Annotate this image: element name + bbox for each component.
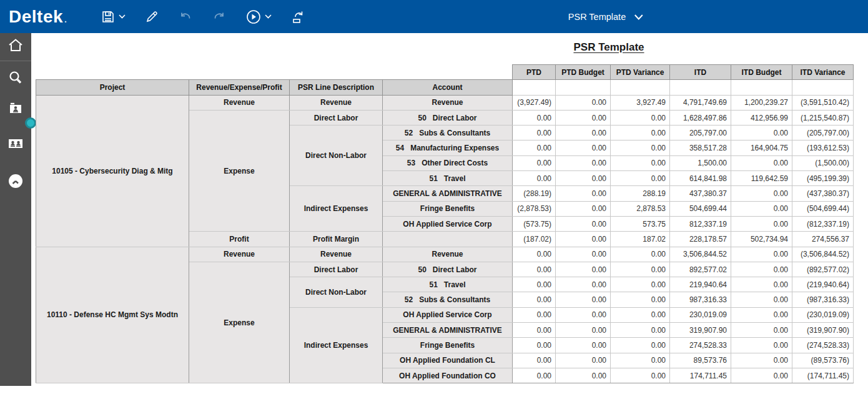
account-cell: Revenue [383,95,513,110]
itd-variance-cell: (219,940.64) [792,277,854,292]
itd-budget-cell: 0.00 [731,262,792,277]
account-cell: 53 Other Direct Costs [383,155,513,170]
report-title: PSR Template [573,41,644,54]
ptd-cell: (288.19) [513,186,556,201]
ptd-cell: 0.00 [513,140,556,155]
itd-variance-cell: (174,711.45) [792,368,854,383]
itd-cell: 174,711.45 [670,368,731,383]
undo-icon [178,9,193,24]
itd-cell: 230,019.09 [670,307,731,322]
ptd-cell: (573.75) [513,216,556,231]
itd-cell: 89,573.76 [670,353,731,368]
ptd-cell: 0.00 [513,368,556,383]
itd-budget-cell: 0.00 [731,353,792,368]
export-button[interactable] [285,6,310,28]
itd-budget-cell: 0.00 [731,292,792,307]
account-cell: GENERAL & ADMINISTRATIVE [383,186,513,201]
app-window: Deltek. [0,0,868,394]
account-cell: 52 Subs & Consultants [383,126,513,140]
ptd-budget-cell: 0.00 [556,140,611,155]
line-description-cell: Indirect Expenses [290,186,383,232]
deltek-logo-text: Deltek [9,7,63,27]
home-icon [7,37,24,57]
line-description-cell: Direct Labor [290,262,383,277]
category-cell: Expense [189,262,290,383]
itd-variance-cell: 274,556.37 [792,232,854,247]
ptd-variance-cell: 288.19 [611,186,670,201]
itd-budget-cell: 412,956.99 [731,110,792,125]
sidebar-item-search[interactable] [0,65,31,92]
column-header-itd-variance: ITD Variance [792,65,854,80]
template-selector-label: PSR Template [568,12,626,22]
ptd-budget-cell: 0.00 [556,216,611,231]
itd-budget-cell: 0.00 [731,216,792,231]
report-data-row: 10110 - Defense HC Mgmt Sys ModtnRevenue… [36,247,854,262]
empty-cell [670,80,731,95]
category-cell: Revenue [189,95,290,110]
itd-variance-cell: (193,612.53) [792,140,854,155]
itd-variance-cell: (987,316.33) [792,292,854,307]
account-cell: 54 Manufacturing Expenses [383,140,513,155]
ptd-cell: 0.00 [513,353,556,368]
itd-cell: 358,517.28 [670,140,731,155]
project-cell: 10110 - Defense HC Mgmt Sys Modtn [36,247,189,383]
account-cell: Revenue [383,247,513,262]
save-button[interactable] [96,6,131,28]
itd-cell: 3,506,844.52 [670,247,731,262]
itd-variance-cell: (3,506,844.52) [792,247,854,262]
top-toolbar: Deltek. [0,0,868,33]
ptd-cell: 0.00 [513,323,556,338]
ptd-variance-cell: 0.00 [611,277,670,292]
itd-budget-cell: 0.00 [731,155,792,170]
redo-button[interactable] [207,6,232,28]
itd-budget-cell: 0.00 [731,186,792,201]
column-header-project: Project [36,80,189,95]
chevron-down-icon [265,14,272,19]
search-icon [7,69,24,88]
save-icon [101,9,116,24]
ptd-variance-cell: 0.00 [611,171,670,186]
ptd-budget-cell: 0.00 [556,126,611,140]
column-header-ptd-budget: PTD Budget [556,65,611,80]
sidebar-splitter-handle[interactable] [25,117,36,129]
empty-cell [556,80,611,95]
sidebar-item-timesheet[interactable] [0,169,31,196]
itd-cell: 437,380.37 [670,186,731,201]
itd-variance-cell: (230,019.09) [792,307,854,322]
ptd-variance-cell: 187.02 [611,232,670,247]
column-header-itd: ITD [670,65,731,80]
sidebar-item-home[interactable] [0,33,31,61]
ptd-budget-cell: 0.00 [556,95,611,110]
itd-variance-cell: (892,577.02) [792,262,854,277]
label-header-row: Project Revenue/Expense/Profit PSR Line … [36,80,854,95]
template-selector-dropdown[interactable]: PSR Template [568,0,643,33]
ptd-budget-cell: 0.00 [556,247,611,262]
itd-variance-cell: (89,573.76) [792,353,854,368]
ptd-cell: 0.00 [513,110,556,125]
chevron-down-icon [119,14,126,19]
ptd-cell: 0.00 [513,155,556,170]
play-icon [245,9,262,25]
ptd-variance-cell: 0.00 [611,353,670,368]
empty-cell [731,80,792,95]
account-cell: 51 Travel [383,277,513,292]
psr-report-table: PTD PTD Budget PTD Variance ITD ITD Budg… [36,64,854,383]
run-button[interactable] [240,5,277,29]
ptd-budget-cell: 0.00 [556,201,611,216]
itd-variance-cell: (812,337.19) [792,216,854,231]
pencil-icon [144,9,159,24]
itd-cell: 1,500.00 [670,155,731,170]
itd-variance-cell: (437,380.37) [792,186,854,201]
ptd-budget-cell: 0.00 [556,110,611,125]
edit-button[interactable] [139,6,164,28]
empty-cell [792,80,854,95]
account-cell: 50 Direct Labor [383,110,513,125]
itd-variance-cell: (504,699.44) [792,201,854,216]
sidebar-item-people[interactable] [0,131,31,159]
account-cell: OH Applied Service Corp [383,216,513,231]
itd-cell: 319,907.90 [670,323,731,338]
column-header-itd-budget: ITD Budget [731,65,792,80]
undo-button[interactable] [173,6,198,28]
left-nav-sidebar [0,33,31,386]
line-description-cell: Profit Margin [290,232,383,247]
